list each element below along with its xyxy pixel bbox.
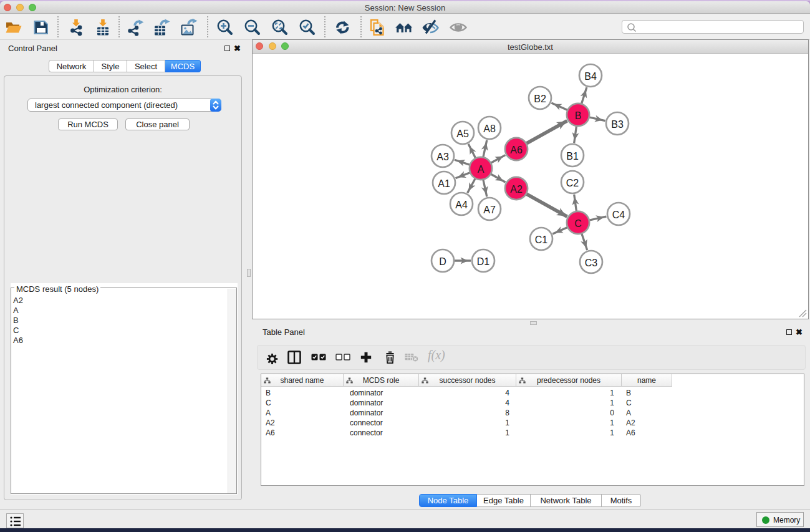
svg-text:B3: B3	[611, 119, 624, 130]
svg-text:B4: B4	[584, 71, 597, 82]
svg-text:A4: A4	[455, 200, 468, 210]
svg-text:A: A	[478, 164, 485, 175]
svg-text:D1: D1	[477, 256, 490, 267]
svg-text:A2: A2	[510, 184, 523, 195]
svg-text:A1: A1	[438, 178, 450, 189]
svg-text:B: B	[575, 110, 582, 121]
svg-text:A8: A8	[483, 123, 496, 134]
svg-text:A5: A5	[456, 128, 469, 139]
svg-text:C4: C4	[612, 210, 625, 220]
svg-text:B1: B1	[566, 151, 579, 162]
svg-text:C2: C2	[566, 178, 579, 188]
svg-text:B2: B2	[534, 94, 546, 104]
svg-text:C: C	[574, 218, 582, 229]
svg-text:C1: C1	[535, 235, 548, 245]
svg-text:A6: A6	[510, 145, 523, 155]
svg-text:A3: A3	[436, 152, 449, 162]
svg-text:A7: A7	[483, 205, 496, 215]
svg-text:D: D	[439, 256, 446, 267]
svg-text:C3: C3	[585, 258, 598, 268]
